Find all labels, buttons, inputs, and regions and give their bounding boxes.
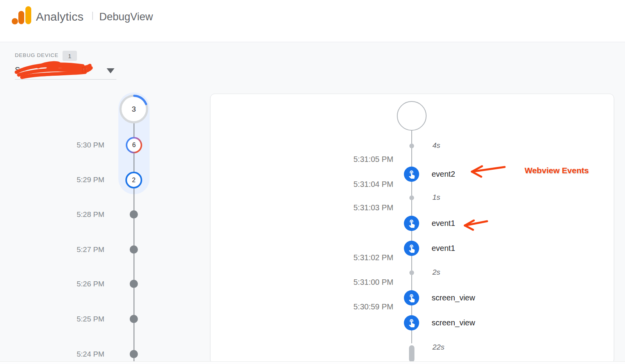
minute-label: 5:30 PM xyxy=(57,141,104,149)
device-selector[interactable]: S B xyxy=(12,62,117,80)
minute-dot[interactable] xyxy=(130,350,138,358)
minute-label: 5:25 PM xyxy=(57,315,104,323)
minute-dot[interactable] xyxy=(130,245,138,254)
analytics-logo-icon xyxy=(11,5,32,25)
minute-label: 5:28 PM xyxy=(57,210,104,219)
gap-dot xyxy=(409,195,414,200)
event-name: screen_view xyxy=(432,293,475,302)
minute-dot[interactable] xyxy=(130,280,138,288)
minute-bubble-count: 3 xyxy=(119,94,148,124)
minute-label: 5:27 PM xyxy=(57,245,104,254)
gap-duration: 22s xyxy=(432,343,445,352)
device-count-badge: 1 xyxy=(62,51,77,61)
app-name: Analytics xyxy=(36,10,84,23)
seconds-current-circle xyxy=(397,101,427,131)
event-timestamp: 5:31:03 PM xyxy=(335,203,393,212)
device-name-suffix: B xyxy=(81,66,86,75)
device-name-prefix: S xyxy=(15,66,20,75)
webview-events-annotation: Webview Events xyxy=(525,166,589,175)
minute-dot[interactable] xyxy=(130,315,138,323)
minute-label: 5:26 PM xyxy=(57,280,104,288)
dropdown-arrow-icon xyxy=(107,68,114,73)
event-row[interactable]: event1 xyxy=(404,215,455,231)
gap-duration: 4s xyxy=(432,141,440,150)
touch-app-icon xyxy=(404,167,419,182)
event-name: event1 xyxy=(432,219,455,228)
event-row[interactable]: screen_view xyxy=(404,315,475,330)
touch-app-icon xyxy=(404,216,419,231)
minute-bubble[interactable]: 6 xyxy=(126,137,142,153)
bottom-edge-strip xyxy=(0,361,625,364)
event-name: screen_view xyxy=(432,318,475,327)
touch-app-icon xyxy=(404,290,419,305)
event-timestamp: 5:31:02 PM xyxy=(335,253,393,262)
minute-label: 5:24 PM xyxy=(57,350,104,359)
app-header: Analytics DebugView xyxy=(0,0,625,42)
event-timestamp: 5:30:59 PM xyxy=(335,302,393,311)
minute-label: 5:29 PM xyxy=(57,176,104,184)
event-timestamp: 5:31:04 PM xyxy=(335,180,393,189)
event-row[interactable]: event1 xyxy=(404,240,455,256)
gap-dot xyxy=(409,270,414,275)
minute-bubble[interactable]: 2 xyxy=(125,172,142,188)
gap-capsule xyxy=(409,345,414,362)
event-row[interactable]: event2 xyxy=(404,166,455,182)
minute-dot[interactable] xyxy=(130,210,138,218)
page-title: DebugView xyxy=(99,11,153,23)
event-timestamp: 5:31:00 PM xyxy=(335,278,393,287)
event-name: event1 xyxy=(432,244,455,253)
touch-app-icon xyxy=(404,315,419,330)
touch-app-icon xyxy=(404,241,419,256)
event-row[interactable]: screen_view xyxy=(404,290,475,305)
header-separator xyxy=(92,12,93,20)
gap-duration: 2s xyxy=(432,268,440,277)
gap-dot xyxy=(409,144,414,148)
device-selector-underline xyxy=(15,79,116,80)
debug-device-label: DEBUG DEVICE xyxy=(15,52,59,58)
gap-duration: 1s xyxy=(432,193,440,202)
event-timestamp: 5:31:05 PM xyxy=(335,155,393,164)
minute-bubble-count: 2 xyxy=(132,177,136,184)
event-name: event2 xyxy=(432,170,455,179)
minute-bubble-current[interactable]: 3 xyxy=(119,94,148,125)
minute-bubble-count: 6 xyxy=(127,138,141,152)
